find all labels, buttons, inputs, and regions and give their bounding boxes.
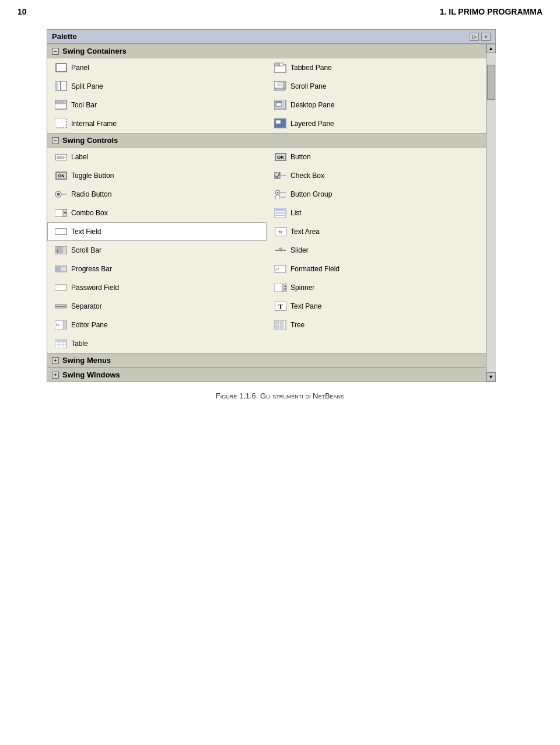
- figure-caption: Figure 1.1.6. Gli strumenti di NetBeans: [47, 391, 513, 400]
- caption-text: Gli strumenti di NetBeans: [260, 391, 344, 400]
- svg-text:/-/: /-/: [275, 267, 279, 271]
- split-pane-label: Split Pane: [71, 82, 103, 90]
- svg-marker-49: [279, 248, 282, 251]
- palette-item-spinner[interactable]: ▲ ▼ Spinner: [267, 278, 486, 297]
- palette-item-scroll-bar[interactable]: ◄ Scroll Bar: [47, 241, 267, 260]
- button-label: Button: [290, 153, 311, 161]
- svg-rect-19: [276, 102, 282, 103]
- svg-rect-22: [276, 120, 281, 124]
- pin-button[interactable]: ▷: [470, 33, 479, 41]
- svg-rect-2: [279, 63, 284, 66]
- button-group-label: Button Group: [290, 190, 332, 198]
- palette-item-button-group[interactable]: Button Group: [267, 185, 486, 204]
- caption-number: 1.1.6.: [239, 391, 258, 400]
- svg-rect-42: [274, 208, 286, 211]
- palette-item-label[interactable]: label Label: [47, 148, 267, 166]
- check-box-label: Check Box: [290, 172, 324, 180]
- toggle-button-label: Toggle Button: [71, 172, 114, 180]
- palette-item-panel[interactable]: Panel: [47, 58, 267, 77]
- swing-windows-title: Swing Windows: [62, 370, 120, 379]
- svg-point-33: [275, 195, 280, 199]
- svg-rect-15: [59, 101, 61, 103]
- editor-pane-icon: tx: [55, 320, 68, 330]
- palette-item-button[interactable]: OK Button: [267, 148, 486, 166]
- swing-menus-toggle[interactable]: +: [52, 357, 59, 364]
- editor-pane-label: Editor Pane: [71, 321, 108, 329]
- palette-item-text-area[interactable]: tx Text Area: [267, 222, 486, 241]
- scrollbar-up-button[interactable]: ▲: [487, 44, 496, 53]
- swing-menus-header[interactable]: + Swing Menus: [47, 353, 486, 368]
- svg-rect-69: [280, 326, 284, 328]
- palette-item-text-field[interactable]: Text Field: [47, 222, 267, 241]
- palette-item-text-pane[interactable]: T Text Pane: [267, 297, 486, 316]
- page-title: 1. IL PRIMO PROGRAMMA: [440, 7, 542, 16]
- palette-item-scroll-pane[interactable]: Scroll Pane: [267, 77, 486, 96]
- svg-point-28: [57, 193, 60, 196]
- tree-icon: [274, 320, 287, 330]
- swing-controls-toggle[interactable]: −: [52, 137, 59, 144]
- tree-label: Tree: [290, 321, 304, 329]
- scrollbar-thumb[interactable]: [487, 65, 495, 100]
- table-icon: [55, 338, 68, 349]
- palette-item-table[interactable]: Table: [47, 334, 267, 353]
- swing-windows-toggle[interactable]: +: [52, 372, 59, 379]
- svg-rect-14: [56, 101, 58, 103]
- progress-bar-icon: [55, 264, 68, 274]
- palette-item-list[interactable]: List: [267, 204, 486, 222]
- palette-item-layered-pane[interactable]: Layered Pane: [267, 114, 486, 133]
- layered-pane-icon: [274, 118, 287, 129]
- swing-windows-header[interactable]: + Swing Windows: [47, 368, 486, 382]
- text-area-icon: tx: [274, 226, 287, 237]
- svg-rect-5: [55, 81, 58, 90]
- palette-item-editor-pane[interactable]: tx Editor Pane: [47, 316, 267, 334]
- svg-rect-51: [55, 266, 61, 272]
- palette-item-tree[interactable]: Tree: [267, 316, 486, 334]
- check-box-icon: [274, 170, 287, 181]
- scrollbar-track[interactable]: [487, 53, 496, 372]
- palette-item-tabbed-pane[interactable]: Tabbed Pane: [267, 58, 486, 77]
- palette-item-slider[interactable]: Slider: [267, 241, 486, 260]
- palette-item-tool-bar[interactable]: Tool Bar: [47, 96, 267, 114]
- password-field-icon: ···: [55, 282, 68, 293]
- scrollbar-down-button[interactable]: ▼: [487, 372, 496, 382]
- separator-icon: [55, 301, 68, 312]
- toggle-button-icon: ON: [55, 170, 68, 181]
- palette-item-internal-frame[interactable]: Internal Frame: [47, 114, 267, 133]
- swing-controls-header[interactable]: − Swing Controls: [47, 133, 486, 148]
- close-button[interactable]: ×: [481, 33, 491, 41]
- text-field-label: Text Field: [71, 228, 101, 236]
- palette-window: Palette ▷ × − Swing Containers: [47, 29, 496, 382]
- text-pane-icon: T: [274, 301, 287, 312]
- swing-containers-grid: Panel Tabbed Pane: [47, 58, 486, 133]
- palette-item-desktop-pane[interactable]: Desktop Pane: [267, 96, 486, 114]
- svg-rect-1: [275, 63, 279, 66]
- tabbed-pane-label: Tabbed Pane: [290, 64, 332, 72]
- palette-item-check-box[interactable]: Check Box: [267, 166, 486, 185]
- palette-scrollbar[interactable]: ▲ ▼: [486, 44, 495, 382]
- palette-content: − Swing Containers Panel: [47, 44, 486, 382]
- svg-rect-68: [275, 326, 279, 328]
- palette-item-password-field[interactable]: ··· Password Field: [47, 278, 267, 297]
- separator-label: Separator: [71, 302, 102, 310]
- palette-item-formatted-field[interactable]: /-/ Formatted Field: [267, 260, 486, 278]
- svg-text:tx: tx: [56, 322, 60, 327]
- desktop-pane-label: Desktop Pane: [290, 101, 334, 109]
- swing-menus-title: Swing Menus: [62, 356, 111, 365]
- scroll-pane-icon: [274, 81, 287, 92]
- palette-item-separator[interactable]: Separator: [47, 297, 267, 316]
- palette-item-radio-button[interactable]: Radio Button: [47, 185, 267, 204]
- svg-rect-56: [274, 284, 283, 292]
- radio-button-icon: [55, 189, 68, 200]
- palette-item-toggle-button[interactable]: ON Toggle Button: [47, 166, 267, 185]
- svg-rect-66: [275, 321, 279, 324]
- swing-containers-toggle[interactable]: −: [52, 48, 59, 55]
- palette-item-progress-bar[interactable]: Progress Bar: [47, 260, 267, 278]
- palette-item-split-pane[interactable]: Split Pane: [47, 77, 267, 96]
- svg-text:◄: ◄: [55, 249, 59, 253]
- combo-box-icon: [55, 208, 68, 218]
- palette-item-combo-box[interactable]: Combo Box: [47, 204, 267, 222]
- internal-frame-label: Internal Frame: [71, 120, 117, 128]
- swing-containers-header[interactable]: − Swing Containers: [47, 44, 486, 58]
- palette-titlebar: Palette ▷ ×: [47, 30, 495, 44]
- desktop-pane-icon: [274, 100, 287, 110]
